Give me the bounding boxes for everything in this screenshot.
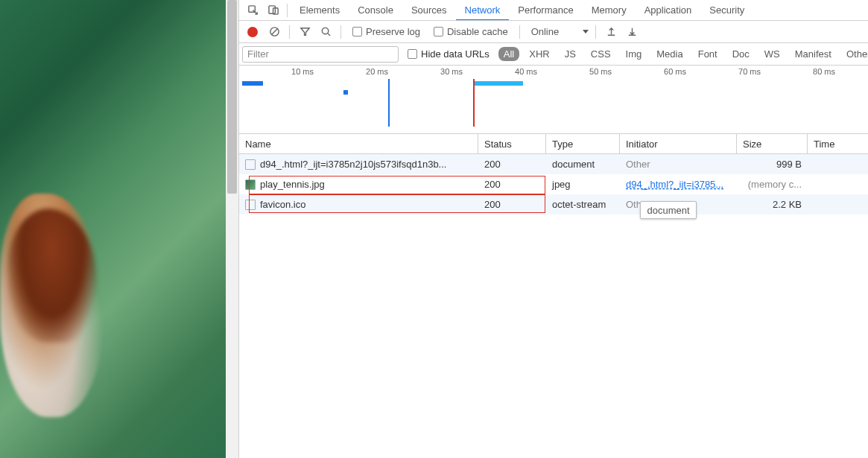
network-table-body: d94_.html?_ijt=i3785n2j10js573ifsqd1n3b.… xyxy=(239,154,868,214)
filter-type-media[interactable]: Media xyxy=(651,47,688,61)
tab-console[interactable]: Console xyxy=(349,0,402,21)
toolbar-sep-2 xyxy=(340,25,341,39)
toolbar-sep-1 xyxy=(289,25,290,39)
tab-elements[interactable]: Elements xyxy=(291,0,349,21)
document-icon xyxy=(245,200,256,210)
cell-time xyxy=(808,174,868,194)
filter-type-xhr[interactable]: XHR xyxy=(524,47,554,61)
search-icon[interactable] xyxy=(317,24,334,40)
tab-performance[interactable]: Performance xyxy=(509,0,582,21)
tab-sources[interactable]: Sources xyxy=(402,0,456,21)
time-label: 70 ms xyxy=(738,67,761,76)
table-row[interactable]: d94_.html?_ijt=i3785n2j10js573ifsqd1n3b.… xyxy=(239,154,868,174)
upload-har-icon[interactable] xyxy=(603,24,619,40)
devtools-tabbar: Elements Console Sources Network Perform… xyxy=(239,0,868,21)
time-label: 10 ms xyxy=(291,67,314,76)
time-label: 30 ms xyxy=(440,67,463,76)
filter-icon[interactable] xyxy=(297,24,313,40)
clear-icon[interactable] xyxy=(266,24,282,40)
hide-data-urls-label: Hide data URLs xyxy=(421,48,490,60)
time-label: 40 ms xyxy=(515,67,537,76)
cell-initiator: Other xyxy=(620,194,737,214)
timeline-load-marker xyxy=(473,79,475,127)
cell-status: 200 xyxy=(478,174,546,194)
preview-scroll-thumb[interactable] xyxy=(227,0,237,194)
inspect-icon[interactable] xyxy=(244,1,262,19)
cell-name: play_tennis.jpg xyxy=(260,179,325,190)
filter-type-manifest[interactable]: Manifest xyxy=(790,47,837,61)
time-label: 80 ms xyxy=(813,67,835,76)
cell-name: favicon.ico xyxy=(260,199,305,210)
cell-size: (memory c... xyxy=(737,174,808,194)
filter-input[interactable] xyxy=(242,46,399,63)
throttling-select[interactable]: Online xyxy=(531,26,589,37)
toolbar-sep-3 xyxy=(519,25,520,39)
th-name[interactable]: Name xyxy=(239,134,478,153)
th-type[interactable]: Type xyxy=(546,134,620,153)
preview-scrollbar[interactable] xyxy=(226,0,238,458)
timeline-labels: 10 ms 20 ms 30 ms 40 ms 50 ms 60 ms 70 m… xyxy=(239,67,868,79)
cell-name: d94_.html?_ijt=i3785n2j10js573ifsqd1n3b.… xyxy=(260,159,446,170)
checkbox-icon xyxy=(434,27,443,36)
cell-initiator-link[interactable]: d94_.html?_ijt=i3785... xyxy=(626,179,723,190)
page-preview-pane xyxy=(0,0,238,458)
timeline-bar xyxy=(242,81,263,86)
tab-network[interactable]: Network xyxy=(456,0,510,21)
timeline-domcontent-marker xyxy=(388,79,390,127)
th-time[interactable]: Time xyxy=(808,134,868,153)
page-preview-image xyxy=(0,0,238,458)
checkbox-icon xyxy=(408,49,417,59)
filter-type-css[interactable]: CSS xyxy=(586,47,616,61)
preserve-log-checkbox[interactable]: Preserve log xyxy=(352,26,420,37)
filter-type-font[interactable]: Font xyxy=(693,47,723,61)
cell-size: 2.2 KB xyxy=(737,194,808,214)
cell-type: jpeg xyxy=(546,174,620,194)
tab-security[interactable]: Security xyxy=(700,0,753,21)
table-row[interactable]: play_tennis.jpg 200 jpeg d94_.html?_ijt=… xyxy=(239,174,868,194)
disable-cache-label: Disable cache xyxy=(447,26,508,37)
th-status[interactable]: Status xyxy=(478,134,546,153)
filter-type-ws[interactable]: WS xyxy=(759,47,785,61)
tab-memory[interactable]: Memory xyxy=(583,0,636,21)
table-row[interactable]: favicon.ico 200 octet-stream Other 2.2 K… xyxy=(239,194,868,214)
time-label: 20 ms xyxy=(366,67,388,76)
svg-point-4 xyxy=(322,28,328,34)
th-size[interactable]: Size xyxy=(737,134,808,153)
filter-bar: Hide data URLs All XHR JS CSS Img Media … xyxy=(239,43,868,66)
cell-time xyxy=(808,154,868,174)
time-label: 60 ms xyxy=(664,67,686,76)
cell-type: octet-stream xyxy=(546,194,620,214)
time-label: 50 ms xyxy=(589,67,612,76)
timeline-bar xyxy=(475,81,523,86)
device-toggle-icon[interactable] xyxy=(264,1,282,19)
document-icon xyxy=(245,159,256,170)
toolbar-sep-4 xyxy=(595,25,596,39)
svg-rect-1 xyxy=(268,6,274,13)
disable-cache-checkbox[interactable]: Disable cache xyxy=(434,26,508,37)
th-initiator[interactable]: Initiator xyxy=(620,134,737,153)
tabbar-separator xyxy=(287,4,288,17)
network-toolbar: Preserve log Disable cache Online xyxy=(239,21,868,43)
preserve-log-label: Preserve log xyxy=(366,26,420,37)
throttling-value: Online xyxy=(531,26,560,37)
image-icon xyxy=(245,179,256,190)
cell-size: 999 B xyxy=(737,154,808,174)
hide-data-urls-checkbox[interactable]: Hide data URLs xyxy=(408,48,490,60)
timeline-marks xyxy=(239,79,868,127)
devtools-panel: Elements Console Sources Network Perform… xyxy=(238,0,868,458)
filter-type-js[interactable]: JS xyxy=(560,47,581,61)
filter-type-all[interactable]: All xyxy=(498,47,519,61)
tab-application[interactable]: Application xyxy=(636,0,701,21)
cell-type: document xyxy=(546,154,620,174)
filter-type-other[interactable]: Other xyxy=(841,47,868,61)
cell-initiator: Other xyxy=(620,154,737,174)
chevron-down-icon xyxy=(583,30,589,34)
record-button[interactable] xyxy=(247,27,258,37)
timeline-bar xyxy=(343,90,348,95)
filter-type-img[interactable]: Img xyxy=(621,47,647,61)
checkbox-icon xyxy=(352,27,362,36)
cell-status: 200 xyxy=(478,154,546,174)
timeline-overview[interactable]: 10 ms 20 ms 30 ms 40 ms 50 ms 60 ms 70 m… xyxy=(239,66,868,134)
download-har-icon[interactable] xyxy=(624,24,640,40)
filter-type-doc[interactable]: Doc xyxy=(727,47,755,61)
